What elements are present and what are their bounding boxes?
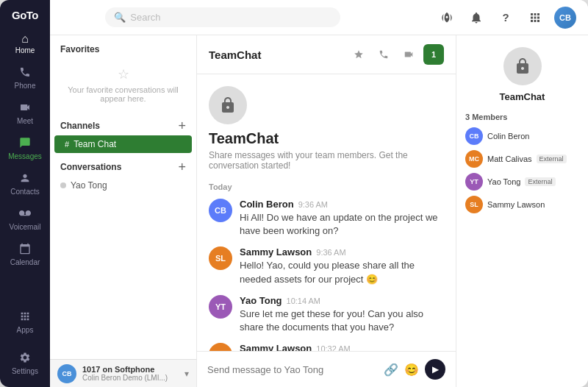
message-row: YT Yao Tong 10:14 AM Sure let me get the… [209,295,444,334]
message-header: Sammy Lawson 10:32 AM [240,343,444,351]
members-section-title: 3 Members [465,113,579,121]
message-author: Yao Tong [240,295,282,306]
chat-title: TeamChat [209,49,343,61]
message-author: Sammy Lawson [240,246,312,258]
attachment-icon[interactable]: 🔗 [384,363,398,377]
home-icon: ⌂ [21,33,29,45]
member-name: Yao Tong [487,177,520,186]
star-icon: ☆ [118,66,129,82]
rp-channel-icon [503,47,542,85]
message-row: SL Sammy Lawson 9:36 AM Hello! Yao, coul… [209,246,444,285]
input-actions: 🔗 😊 ▶ [384,359,445,380]
sidebar-item-phone[interactable]: Phone [0,60,50,96]
top-bar: 🔍 Search ? CB [50,0,588,35]
search-bar[interactable]: 🔍 Search [105,7,340,27]
channel-big-icon [209,86,247,124]
message-row: SL Sammy Lawson 10:32 AM PDF annual-repo… [209,343,444,351]
chat-input-bar: 🔗 😊 ▶ [197,351,456,387]
favorite-button[interactable] [348,44,369,65]
message-header: Colin Beron 9:36 AM [240,199,444,210]
sidebar-item-voicemail[interactable]: Voicemail [0,202,50,237]
emoji-icon[interactable]: 😊 [404,363,419,377]
presence-dot [60,182,66,188]
messages-icon [19,137,31,151]
rocket-icon[interactable] [437,7,457,28]
member-row-colin: CB Colin Beron [465,127,579,145]
member-row-yao: YT Yao Tong External [465,173,579,191]
message-content: Colin Beron 9:36 AM Hi All! Do we have a… [240,199,444,238]
member-badge: External [537,155,567,163]
channel-header-block: TeamChat Share messages with your team m… [209,86,444,171]
message-text: Hello! Yao, could you please share all t… [240,259,444,285]
send-button[interactable]: ▶ [425,359,445,380]
member-avatar: YT [465,173,483,191]
video-button[interactable] [398,44,419,65]
message-row: CB Colin Beron 9:36 AM Hi All! Do we hav… [209,199,444,238]
members-button[interactable]: 1 [423,44,444,65]
top-bar-icons: ? CB [437,7,576,29]
calendar-icon [19,243,31,257]
chat-messages: TeamChat Share messages with your team m… [197,74,456,351]
date-divider: Today [209,182,444,191]
help-icon[interactable]: ? [495,7,516,28]
message-time: 9:36 AM [316,248,345,257]
sidebar: Favorites ☆ Your favorite conversations … [50,35,197,387]
settings-icon [19,352,31,366]
member-name: Matt Calivas [487,155,532,163]
message-time: 9:36 AM [298,200,328,209]
sidebar-item-contacts[interactable]: Contacts [0,166,50,202]
sidebar-item-apps[interactable]: Apps [0,305,50,340]
message-author: Sammy Lawson [240,343,312,351]
right-panel: TeamChat 3 Members CB Colin Beron MC Mat… [456,35,588,387]
avatar: YT [209,295,232,319]
bell-icon[interactable] [466,7,487,28]
search-icon: 🔍 [114,12,126,23]
avatar: CB [209,199,232,222]
message-time: 10:14 AM [287,297,320,305]
phone-icon [19,66,31,80]
hash-icon: # [65,140,69,149]
app-shell: GoTo ⌂ Home Phone Meet Messages [0,0,588,387]
status-bar[interactable]: CB 1017 on Softphone Colin Beron Demo (L… [50,359,197,387]
channel-desc: Share messages with your team members. G… [209,150,444,171]
member-name: Sammy Lawson [487,200,545,209]
sidebar-item-home[interactable]: ⌂ Home [0,27,50,60]
channel-big-name: TeamChat [209,130,444,147]
status-line1: 1017 on Softphone [82,365,179,374]
member-badge: External [525,177,555,186]
message-content: Sammy Lawson 9:36 AM Hello! Yao, could y… [240,246,444,285]
message-time: 10:32 AM [316,344,350,351]
channel-item-teamchat[interactable]: # Team Chat [54,135,192,153]
status-avatar: CB [57,364,76,383]
member-avatar: SL [465,196,483,213]
status-line2: Colin Beron Demo (LMI...) [82,374,179,382]
message-header: Sammy Lawson 9:36 AM [240,246,444,258]
member-row-matt: MC Matt Calivas External [465,150,579,168]
avatar: SL [209,343,232,351]
member-avatar: MC [465,150,483,168]
call-button[interactable] [373,44,394,65]
status-info: 1017 on Softphone Colin Beron Demo (LMI.… [82,365,179,382]
favorites-header: Favorites [50,35,196,57]
message-text: Hi All! Do we have an update on the proj… [240,211,444,238]
sidebar-item-calendar[interactable]: Calendar [0,237,50,272]
sidebar-item-settings[interactable]: Settings [0,346,50,381]
add-conversation-button[interactable]: + [178,160,186,174]
add-channel-button[interactable]: + [178,119,186,132]
conversation-item-yaotong[interactable]: Yao Tong [50,177,196,194]
apps-icon [19,310,31,324]
message-text: Sure let me get these for you! Can you a… [240,308,444,334]
member-name: Colin Beron [487,132,529,141]
sidebar-item-messages[interactable]: Messages [0,131,50,166]
sidebar-item-meet[interactable]: Meet [0,96,50,131]
favorites-empty: ☆ Your favorite conversations will appea… [50,57,196,112]
grid-icon[interactable] [525,7,545,28]
member-row-sammy: SL Sammy Lawson [465,196,579,213]
message-input[interactable] [207,364,378,375]
message-header: Yao Tong 10:14 AM [240,295,444,306]
contacts-icon [19,172,31,186]
member-avatar: CB [465,127,483,145]
chat-area: TeamChat 1 [197,35,456,387]
user-avatar[interactable]: CB [554,7,576,29]
app-logo: GoTo [12,0,38,27]
